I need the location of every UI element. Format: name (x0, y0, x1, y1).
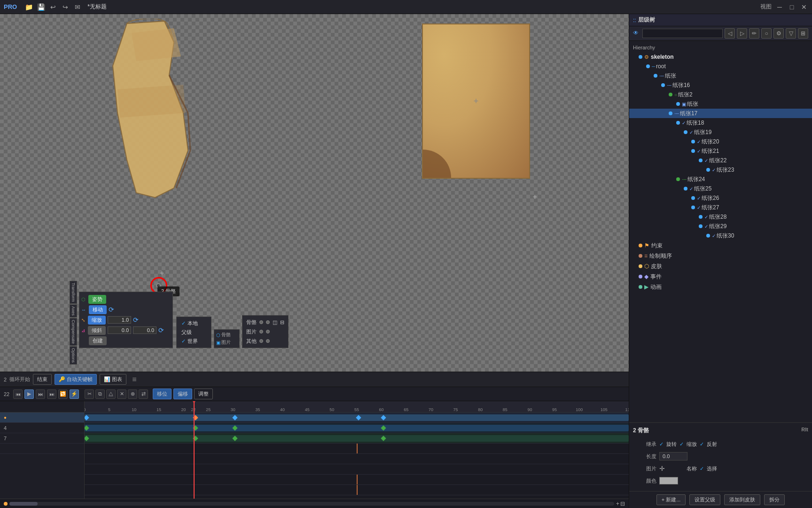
nav-forward-icon[interactable]: ▷ (737, 28, 747, 39)
tree-纸张2[interactable]: ○ 纸张2 (629, 90, 812, 99)
adjust-button[interactable]: 调整 (194, 389, 213, 399)
timeline-menu-icon[interactable]: ≡ (132, 375, 136, 384)
track-label-7[interactable]: 7 (0, 433, 84, 444)
clear-icon[interactable]: ⊗ (128, 389, 137, 399)
parent-btn[interactable]: 父级 (179, 328, 209, 337)
scroll-track[interactable] (9, 502, 614, 506)
sep-事件[interactable]: ◆ 事件 (629, 271, 812, 282)
compensate-label[interactable]: Compensate (70, 318, 77, 346)
tree-纸张18[interactable]: ✓ 纸张18 (629, 118, 812, 127)
tree-纸张29[interactable]: ✓ 纸张29 (629, 222, 812, 231)
track-label-main[interactable]: ● (0, 413, 84, 423)
expand-icon[interactable]: ⊞ (798, 28, 808, 39)
redo-icon[interactable]: ↪ (61, 3, 70, 11)
loop-button[interactable]: 🔁 (58, 389, 68, 399)
add-button-right[interactable]: + (533, 193, 537, 201)
new-bone-button[interactable]: + 新建... (656, 494, 686, 505)
other-dot-2[interactable] (266, 339, 270, 343)
color-swatch[interactable] (659, 477, 678, 484)
shear-x[interactable] (108, 326, 131, 334)
save-icon[interactable]: 💾 (37, 3, 45, 11)
move-button[interactable]: 移动 (89, 305, 107, 314)
tree-纸张23[interactable]: ✓ 纸张23 (629, 165, 812, 175)
tree-纸张19[interactable]: ✓ 纸张19 (629, 127, 812, 137)
move-arrow[interactable]: ⟳ (109, 306, 114, 313)
tree-skeleton[interactable]: skeleton (629, 52, 812, 62)
step-forward-button[interactable]: ⏭ (36, 389, 45, 399)
scroll-thumb[interactable] (9, 502, 38, 506)
tree-纸张21[interactable]: ✓ 纸张21 (629, 146, 812, 156)
image-cross-icon[interactable]: ✛ (659, 465, 665, 472)
timeline-tracks[interactable]: 0 5 10 15 20 22 25 30 35 40 45 50 (85, 401, 629, 499)
bone-dot-2[interactable] (266, 320, 270, 324)
track-label-4[interactable]: 4 (0, 423, 84, 433)
maximize-icon[interactable]: □ (788, 3, 796, 11)
sep-皮肤[interactable]: ⬡ 皮肤 (629, 261, 812, 271)
eye-icon[interactable]: 👁 (633, 30, 640, 37)
reflect-check[interactable]: ✓ (700, 441, 704, 447)
split-button[interactable]: 拆分 (764, 494, 785, 505)
track-4[interactable] (85, 444, 629, 454)
tree-纸张28[interactable]: ✓ 纸张28 (629, 212, 812, 222)
scale-arrow[interactable]: ⟳ (133, 316, 139, 324)
tree-纸张-sub[interactable]: ▣ 纸张 (629, 99, 812, 109)
world-btn[interactable]: ✓ 世界 (179, 337, 209, 346)
auto-key-button[interactable]: 🔑 自动关键帧 (55, 374, 97, 385)
set-parent-button[interactable]: 设置父级 (689, 494, 720, 505)
tree-纸张27[interactable]: ✓ 纸张27 (629, 203, 812, 212)
image-dot-1[interactable] (259, 330, 263, 333)
options-label[interactable]: Options (70, 346, 77, 365)
filter-icon[interactable]: ▽ (786, 28, 796, 39)
edit-icon[interactable]: ✏ (749, 28, 759, 39)
paste-icon[interactable]: ⧋ (106, 389, 116, 399)
cut-icon[interactable]: ✂ (85, 389, 94, 399)
offset-button[interactable]: 偏移 (173, 389, 192, 399)
play-button[interactable]: ▶ (24, 389, 34, 399)
image-dot-2[interactable] (266, 330, 270, 333)
shear-y[interactable] (133, 326, 156, 334)
tree-纸张[interactable]: ·─ 纸张 (629, 71, 812, 80)
transform-label[interactable]: Transform (70, 281, 77, 304)
scale-value[interactable] (108, 316, 131, 324)
track-label-empty[interactable] (0, 444, 84, 454)
sep-动画[interactable]: ▶ 动画 (629, 282, 812, 292)
track-1[interactable] (85, 413, 629, 423)
delete-icon[interactable]: ✕ (117, 389, 126, 399)
end-button[interactable]: 结束 (33, 374, 52, 385)
circle-icon[interactable]: ○ (761, 28, 772, 39)
move-button-tl[interactable]: 移位 (153, 389, 172, 399)
rotate-check[interactable]: ✓ (659, 441, 664, 447)
hierarchy-search[interactable] (642, 29, 723, 38)
create-button[interactable]: 创建 (89, 336, 107, 345)
close-icon[interactable]: ✕ (800, 3, 808, 11)
track-3[interactable] (85, 433, 629, 444)
copy-icon[interactable]: ⧉ (95, 389, 105, 399)
scale-check[interactable]: ✓ (679, 441, 684, 447)
file-open-icon[interactable]: 📁 (24, 3, 33, 11)
tree-纸张25[interactable]: ✓ 纸张25 (629, 184, 812, 193)
sync-button[interactable]: ⚡ (70, 389, 79, 399)
add-button-viewport[interactable]: + (160, 269, 164, 278)
time-indicator[interactable] (194, 401, 195, 499)
tree-纸张26[interactable]: ✓ 纸张26 (629, 193, 812, 203)
tree-纸张17[interactable]: ·─ 纸张17 (629, 109, 812, 118)
step-end-button[interactable]: ⏭ (47, 389, 56, 399)
axes-label[interactable]: Axes (70, 304, 77, 318)
tree-纸张30[interactable]: ✓ 纸张30 (629, 231, 812, 240)
nav-back-icon[interactable]: ◁ (725, 28, 735, 39)
mail-icon[interactable]: ✉ (73, 3, 82, 11)
viewport[interactable]: 2 骨骼 + + + Transform Axes Compensate Opt… (0, 14, 629, 372)
tree-root[interactable]: ─ root (629, 62, 812, 71)
timeline-scrollbar[interactable]: + ⊟ (0, 499, 629, 508)
other-dot-1[interactable] (259, 339, 263, 343)
add-to-skin-button[interactable]: 添加到皮肤 (724, 494, 760, 505)
length-value[interactable]: 0.0 (659, 452, 687, 460)
scroll-expand-1[interactable]: + (616, 500, 619, 507)
tree-纸张16[interactable]: ·─ 纸张16 (629, 80, 812, 90)
shear-button[interactable]: 倾斜 (88, 326, 106, 335)
sep-绘制顺序[interactable]: ≡ 绘制顺序 (629, 251, 812, 261)
gear-icon[interactable]: ⚙ (773, 28, 784, 39)
sep-约束[interactable]: ⚑ 约束 (629, 240, 812, 251)
local-btn[interactable]: ✓ 本地 (179, 319, 209, 328)
scroll-expand-2[interactable]: ⊟ (620, 500, 625, 507)
